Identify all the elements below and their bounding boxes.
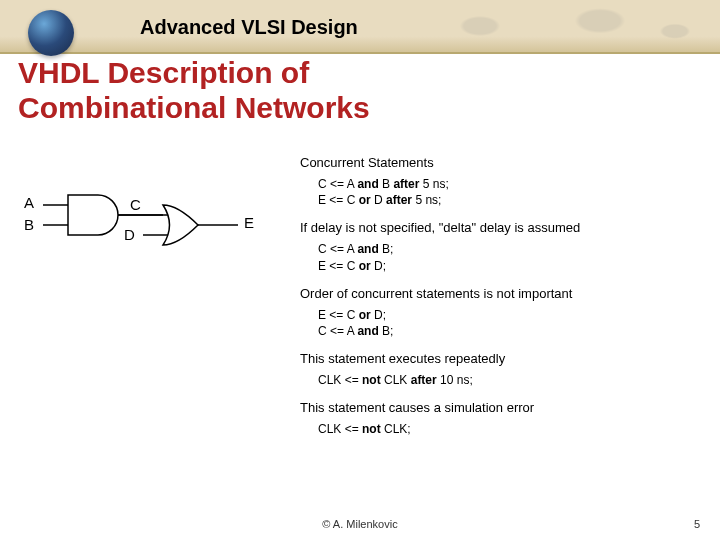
code-block-1: C <= A and B after 5 ns; E <= C or D aft… <box>318 176 700 208</box>
page-number: 5 <box>694 518 700 530</box>
world-map-bg <box>420 0 720 52</box>
slide-title-line1: VHDL Description of <box>18 56 309 89</box>
content-area: Concurrent Statements C <= A and B after… <box>300 155 700 450</box>
header-title: Advanced VLSI Design <box>140 16 358 39</box>
circuit-diagram: A B C D E <box>18 180 278 280</box>
code-block-3: E <= C or D; C <= A and B; <box>318 307 700 339</box>
order-label: Order of concurrent statements is not im… <box>300 286 700 301</box>
footer-copyright: © A. Milenkovic <box>0 518 720 530</box>
code-block-4: CLK <= not CLK after 10 ns; <box>318 372 700 388</box>
concurrent-label: Concurrent Statements <box>300 155 700 170</box>
label-d: D <box>124 226 135 243</box>
slide-title: VHDL Description of Combinational Networ… <box>18 56 370 125</box>
label-b: B <box>24 216 34 233</box>
code-block-2: C <= A and B; E <= C or D; <box>318 241 700 273</box>
repeat-label: This statement executes repeatedly <box>300 351 700 366</box>
error-label: This statement causes a simulation error <box>300 400 700 415</box>
label-e: E <box>244 214 254 231</box>
globe-icon <box>28 10 74 56</box>
code-block-5: CLK <= not CLK; <box>318 421 700 437</box>
delta-label: If delay is not specified, "delta" delay… <box>300 220 700 235</box>
label-a: A <box>24 194 34 211</box>
slide-title-line2: Combinational Networks <box>18 91 370 124</box>
label-c: C <box>130 196 141 213</box>
header-band <box>0 0 720 54</box>
